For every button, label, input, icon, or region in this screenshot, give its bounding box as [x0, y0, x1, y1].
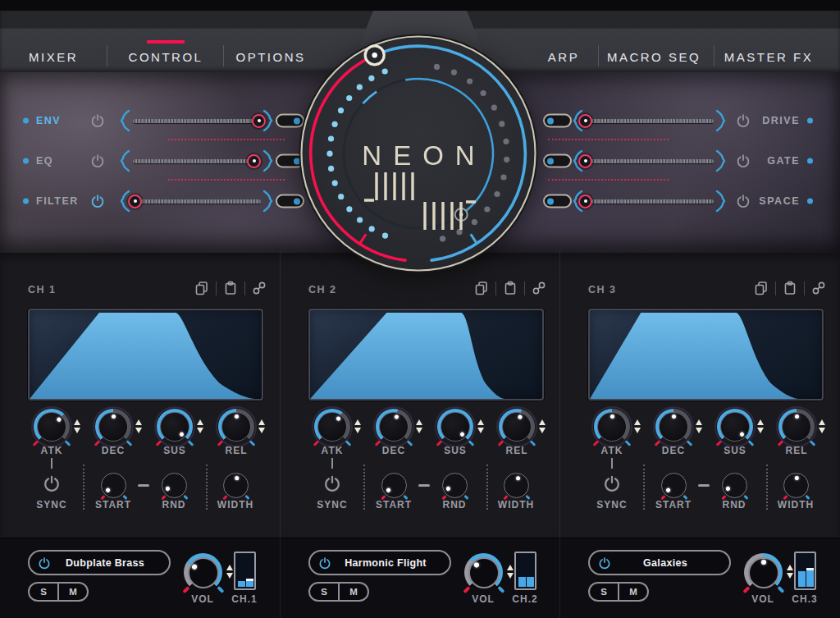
envelope-display[interactable]: [28, 309, 263, 401]
mute-button[interactable]: M: [59, 584, 87, 600]
slider-handle[interactable]: [578, 154, 592, 168]
channel-power-button[interactable]: [318, 556, 331, 570]
link-icon[interactable]: [811, 281, 826, 295]
width-knob[interactable]: [504, 473, 529, 498]
knob-label: SYNC: [25, 499, 78, 510]
preset-selector[interactable]: Dubplate Brass: [28, 550, 171, 575]
stepper-arrows[interactable]: [135, 419, 143, 433]
slider-track[interactable]: [586, 199, 714, 204]
sync-power-button[interactable]: [323, 474, 341, 492]
tab-options[interactable]: OPTIONS: [235, 50, 305, 64]
stepper-arrows[interactable]: [416, 419, 423, 433]
route-toggle[interactable]: [543, 154, 572, 168]
preset-selector[interactable]: Galaxies: [588, 550, 731, 575]
link-icon[interactable]: [532, 281, 546, 295]
dec-knob[interactable]: [95, 409, 131, 445]
stepper-arrows[interactable]: [696, 419, 703, 433]
stepper-arrows[interactable]: [74, 419, 81, 433]
tab-master-fx[interactable]: MASTER FX: [724, 50, 813, 64]
slider-handle[interactable]: [578, 114, 592, 128]
stepper-arrows[interactable]: [197, 419, 204, 433]
dec-knob[interactable]: [655, 409, 692, 445]
macro-slider[interactable]: [133, 153, 261, 168]
solo-button[interactable]: S: [30, 584, 57, 600]
sus-knob[interactable]: [717, 409, 753, 445]
slider-handle[interactable]: [128, 195, 142, 208]
mute-button[interactable]: M: [619, 584, 647, 600]
copy-icon[interactable]: [194, 281, 209, 295]
copy-icon[interactable]: [474, 281, 489, 295]
slider-track[interactable]: [586, 119, 714, 123]
slider-track[interactable]: [133, 159, 261, 163]
route-toggle[interactable]: [543, 195, 572, 208]
stepper-arrows[interactable]: [226, 565, 234, 579]
tab-macro-seq[interactable]: MACRO SEQ: [607, 50, 701, 64]
volume-knob[interactable]: [744, 553, 783, 592]
stepper-arrows[interactable]: [477, 419, 485, 433]
stepper-arrows[interactable]: [634, 419, 641, 433]
paste-icon[interactable]: [503, 281, 518, 295]
macro-slider[interactable]: [133, 194, 261, 208]
width-knob[interactable]: [783, 473, 809, 498]
stepper-arrows[interactable]: [757, 419, 765, 433]
sus-knob[interactable]: [157, 409, 193, 445]
tab-arp[interactable]: ARP: [548, 50, 579, 64]
copy-icon[interactable]: [754, 281, 769, 295]
stepper-arrows[interactable]: [507, 565, 514, 579]
channel-power-button[interactable]: [598, 556, 611, 570]
sync-power-button[interactable]: [603, 474, 621, 492]
solo-button[interactable]: S: [310, 584, 338, 600]
slider-track[interactable]: [133, 119, 261, 123]
macro-ring-handle[interactable]: [365, 46, 384, 65]
macro-slider[interactable]: [586, 194, 714, 208]
power-icon[interactable]: [90, 153, 105, 168]
rnd-knob[interactable]: [442, 473, 468, 498]
volume-knob[interactable]: [184, 553, 222, 592]
master-macro-knob[interactable]: NEON: [298, 33, 539, 274]
stepper-arrows[interactable]: [819, 419, 826, 433]
slider-handle[interactable]: [578, 195, 592, 208]
envelope-display[interactable]: [588, 309, 824, 401]
mute-button[interactable]: M: [340, 584, 368, 600]
macro-slider[interactable]: [586, 113, 714, 128]
stepper-arrows[interactable]: [258, 419, 266, 433]
link-icon[interactable]: [252, 281, 267, 295]
level-meter: [514, 552, 536, 590]
tab-control[interactable]: CONTROL: [129, 50, 203, 64]
macro-slider[interactable]: [586, 153, 714, 168]
route-toggle[interactable]: [543, 114, 572, 128]
channel-power-button[interactable]: [38, 556, 51, 570]
width-knob[interactable]: [223, 473, 249, 498]
atk-knob[interactable]: [594, 409, 630, 445]
tab-mixer[interactable]: MIXER: [29, 50, 78, 64]
stepper-arrows[interactable]: [539, 419, 546, 433]
volume-knob[interactable]: [464, 553, 503, 592]
rel-knob[interactable]: [218, 409, 254, 445]
atk-knob[interactable]: [314, 409, 350, 445]
preset-selector[interactable]: Harmonic Flight: [308, 550, 451, 575]
atk-knob[interactable]: [34, 409, 70, 445]
solo-button[interactable]: S: [590, 584, 618, 600]
window-top-strip: [0, 0, 840, 11]
sync-power-button[interactable]: [43, 474, 61, 492]
paste-icon[interactable]: [223, 281, 238, 295]
power-icon[interactable]: [90, 194, 105, 208]
dec-knob[interactable]: [376, 409, 412, 445]
macro-slider[interactable]: [133, 113, 261, 128]
rel-knob[interactable]: [778, 409, 815, 445]
rnd-knob[interactable]: [162, 473, 187, 498]
slider-track[interactable]: [586, 159, 714, 163]
stepper-arrows[interactable]: [354, 419, 362, 433]
start-knob[interactable]: [661, 473, 687, 498]
sus-knob[interactable]: [437, 409, 473, 445]
stepper-arrows[interactable]: [787, 565, 794, 579]
envelope-display[interactable]: [308, 309, 544, 401]
paste-icon[interactable]: [783, 281, 797, 295]
slider-track[interactable]: [133, 199, 261, 204]
start-knob[interactable]: [381, 473, 407, 498]
rel-knob[interactable]: [499, 409, 535, 445]
slider-handle[interactable]: [247, 154, 261, 168]
rnd-knob[interactable]: [722, 473, 747, 498]
power-icon[interactable]: [90, 113, 105, 128]
start-knob[interactable]: [101, 473, 126, 498]
